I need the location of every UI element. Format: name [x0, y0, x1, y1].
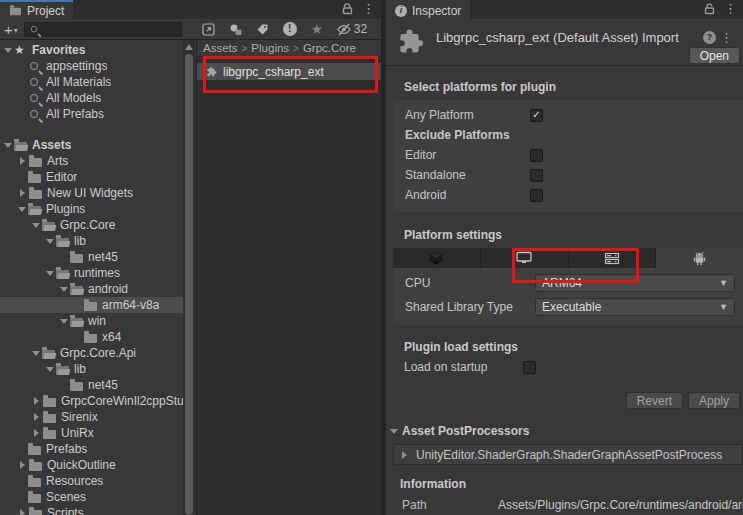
- path-value: Assets/Plugins/Grpc.Core/runtimes/androi…: [498, 498, 743, 512]
- tree-item-all-prefabs[interactable]: All Prefabs: [0, 106, 183, 122]
- breadcrumb-plugins[interactable]: Plugins: [251, 42, 289, 54]
- breadcrumb-assets[interactable]: Assets: [203, 42, 238, 54]
- tree-item-scripts[interactable]: Scripts: [0, 505, 183, 515]
- foldout-icon[interactable]: [16, 461, 29, 469]
- open-button[interactable]: Open: [689, 47, 740, 64]
- tree-item-all-materials[interactable]: All Materials: [0, 74, 183, 90]
- foldout-icon[interactable]: [16, 509, 29, 515]
- filter-by-label-icon[interactable]: [254, 21, 272, 37]
- favorites-star-icon[interactable]: ★: [308, 21, 326, 37]
- tree-item-unirx[interactable]: UniRx: [0, 425, 183, 441]
- tree-item-scenes[interactable]: Scenes: [0, 489, 183, 505]
- tree-item-label: All Prefabs: [46, 107, 104, 121]
- foldout-icon[interactable]: [44, 267, 56, 280]
- tree-item-appsettings[interactable]: appsettings: [0, 58, 183, 74]
- open-search-window-icon[interactable]: [200, 21, 218, 37]
- tab-dedicated-server-platform[interactable]: [569, 248, 657, 268]
- tree-item-sirenix[interactable]: Sirenix: [0, 409, 183, 425]
- tree-item-grpc-core-api[interactable]: Grpc.Core.Api: [0, 345, 183, 361]
- tree-item-x64[interactable]: x64: [0, 329, 183, 345]
- tab-editor-platform[interactable]: [393, 248, 481, 268]
- tab-inspector[interactable]: i Inspector: [386, 0, 470, 19]
- console-warning-icon[interactable]: !: [281, 21, 299, 37]
- lock-icon[interactable]: [704, 3, 715, 15]
- asset-item-libgrpc-csharp-ext[interactable]: libgrpc_csharp_ext: [197, 63, 381, 80]
- tree-item-net45[interactable]: net45: [0, 249, 183, 265]
- tree-item-grpccorewinil2cppstu[interactable]: GrpcCoreWinIl2cppStu: [0, 393, 183, 409]
- hidden-items-toggle[interactable]: 32: [336, 22, 367, 36]
- foldout-icon[interactable]: [30, 397, 43, 405]
- revert-button[interactable]: Revert: [626, 392, 683, 409]
- apply-button[interactable]: Apply: [688, 392, 740, 409]
- tree-item-android[interactable]: android: [0, 281, 183, 297]
- editor-checkbox[interactable]: [530, 149, 543, 162]
- shared-library-type-dropdown[interactable]: Executable ▼: [535, 298, 735, 316]
- tree-item-prefabs[interactable]: Prefabs: [0, 441, 183, 457]
- tab-standalone-platform[interactable]: [481, 248, 569, 268]
- platform-row-label: Android: [405, 188, 530, 202]
- create-asset-button[interactable]: +▾: [4, 22, 18, 37]
- lock-icon[interactable]: [342, 3, 353, 15]
- tree-item-lib[interactable]: lib: [0, 361, 183, 377]
- tree-item-new-ui-widgets[interactable]: New UI Widgets: [0, 185, 183, 201]
- cpu-dropdown[interactable]: ARM64 ▼: [535, 274, 735, 292]
- help-icon[interactable]: ?: [703, 31, 716, 44]
- platform-settings-title: Platform settings: [404, 228, 743, 242]
- foldout-icon[interactable]: [16, 203, 28, 216]
- tree-item-net45[interactable]: net45: [0, 377, 183, 393]
- tree-item-label: New UI Widgets: [47, 186, 133, 200]
- folder-icon: [43, 414, 56, 423]
- breadcrumb[interactable]: Assets > Plugins > Grpc.Core: [197, 40, 381, 57]
- foldout-icon[interactable]: [16, 189, 29, 197]
- tree-item-quickoutline[interactable]: QuickOutline: [0, 457, 183, 473]
- tree-scrollbar[interactable]: [183, 40, 195, 515]
- foldout-icon[interactable]: [58, 283, 70, 296]
- tab-android-platform[interactable]: [656, 248, 743, 268]
- load-on-startup-checkbox[interactable]: [523, 361, 536, 374]
- foldout-icon[interactable]: [44, 235, 56, 248]
- search-input[interactable]: [24, 22, 182, 37]
- platform-row-label: Editor: [405, 148, 530, 162]
- foldout-icon[interactable]: [30, 413, 43, 421]
- platform-row-editor[interactable]: Editor: [393, 145, 743, 165]
- tree-item-win[interactable]: win: [0, 313, 183, 329]
- folder-icon: [84, 334, 97, 343]
- platform-row-android[interactable]: Android: [393, 185, 743, 205]
- search-icon: [28, 108, 41, 121]
- foldout-icon[interactable]: [16, 157, 29, 165]
- tree-item-runtimes[interactable]: runtimes: [0, 265, 183, 281]
- breadcrumb-grpc-core[interactable]: Grpc.Core: [303, 42, 356, 54]
- foldout-icon[interactable]: [30, 429, 43, 437]
- tab-project[interactable]: Project: [0, 0, 73, 19]
- foldout-icon[interactable]: [44, 363, 56, 376]
- foldout-icon[interactable]: [30, 347, 42, 360]
- tree-item-editor[interactable]: Editor: [0, 169, 183, 185]
- foldout-icon[interactable]: [30, 219, 42, 232]
- folder-icon: [29, 158, 42, 167]
- tree-item-lib[interactable]: lib: [0, 233, 183, 249]
- platform-row-any-platform[interactable]: Any Platform✓: [393, 105, 743, 125]
- tree-item-all-models[interactable]: All Models: [0, 90, 183, 106]
- tree-item-grpc-core[interactable]: Grpc.Core: [0, 217, 183, 233]
- filter-by-type-icon[interactable]: [227, 21, 245, 37]
- tree-item-arts[interactable]: Arts: [0, 153, 183, 169]
- foldout-icon[interactable]: [2, 44, 14, 57]
- header-menu-icon[interactable]: ⋮: [720, 31, 733, 44]
- tree-item-favorites[interactable]: ★Favorites: [0, 42, 183, 58]
- tree-item-plugins[interactable]: Plugins: [0, 201, 183, 217]
- inspector-menu-icon[interactable]: ⋮: [724, 2, 737, 15]
- tree-item-resources[interactable]: Resources: [0, 473, 183, 489]
- standalone-checkbox[interactable]: [530, 169, 543, 182]
- any-platform-checkbox[interactable]: ✓: [530, 109, 543, 122]
- tree-item-assets[interactable]: Assets: [0, 137, 183, 153]
- scroll-up-arrow-icon[interactable]: [185, 42, 193, 50]
- foldout-icon[interactable]: [2, 139, 14, 152]
- foldout-icon[interactable]: [58, 315, 70, 328]
- asset-postprocessors-foldout[interactable]: Asset PostProcessors: [390, 424, 743, 438]
- project-menu-icon[interactable]: ⋮: [362, 2, 375, 15]
- android-checkbox[interactable]: [530, 189, 543, 202]
- platform-row-standalone[interactable]: Standalone: [393, 165, 743, 185]
- scrollbar-thumb[interactable]: [185, 54, 193, 515]
- postprocessor-entry[interactable]: UnityEditor.ShaderGraph.ShaderGraphAsset…: [393, 444, 743, 465]
- tree-item-arm64-v8a[interactable]: arm64-v8a: [0, 297, 183, 313]
